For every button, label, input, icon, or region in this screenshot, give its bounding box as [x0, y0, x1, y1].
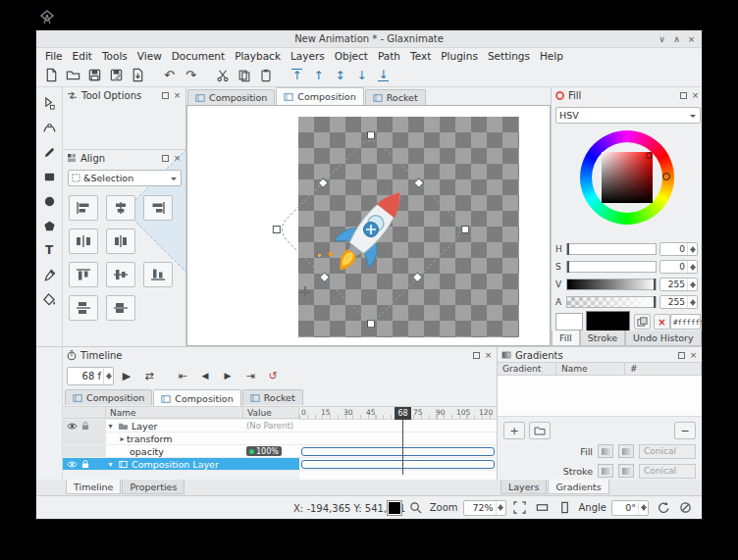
float-panel-icon[interactable] — [162, 155, 169, 162]
align-relative-to-select[interactable]: &Selection — [68, 170, 182, 186]
expander-icon[interactable]: ▸ — [118, 434, 127, 443]
minimize-button[interactable]: ∨ — [655, 34, 669, 44]
no-rotation-button[interactable] — [676, 499, 694, 516]
menu-object[interactable]: Object — [330, 50, 373, 62]
next-frame-button[interactable]: ▶ — [218, 366, 237, 385]
glaxnimate-desktop-icon[interactable] — [37, 8, 57, 27]
close-panel-icon[interactable]: × — [689, 350, 698, 360]
opacity-track-bar[interactable] — [301, 447, 495, 456]
menu-playback[interactable]: Playback — [230, 50, 286, 62]
stroke-gradient-type-select[interactable]: Conical — [639, 464, 696, 479]
expander-icon[interactable]: ▾ — [106, 422, 115, 431]
color-space-select[interactable]: HSV — [555, 107, 701, 124]
canvas-tab-composition-1[interactable]: Composition — [187, 89, 275, 105]
float-panel-icon[interactable] — [678, 352, 685, 359]
new-gradient-preset-button[interactable] — [529, 422, 551, 439]
hue-marker[interactable] — [662, 173, 670, 180]
remove-gradient-button[interactable]: − — [674, 422, 696, 439]
anchor-point-marker[interactable] — [299, 286, 310, 297]
tool-ellipse[interactable] — [38, 190, 60, 212]
menu-path[interactable]: Path — [373, 50, 405, 62]
close-button[interactable]: × — [684, 34, 699, 44]
timeline-tracks[interactable]: 0 15 30 45 75 90 105 120 68 — [299, 406, 497, 481]
expander-icon[interactable]: ▾ — [106, 460, 115, 469]
layer-track-bar[interactable] — [301, 460, 495, 469]
titlebar[interactable]: New Animation * - Glaxnimate ∨ ∧ × — [36, 30, 702, 48]
menu-edit[interactable]: Edit — [68, 50, 97, 62]
selection-handle-corner[interactable] — [367, 131, 375, 139]
saturation-value-square[interactable] — [602, 152, 653, 203]
zoom-spinbox[interactable]: 72% — [463, 500, 506, 516]
align-header[interactable]: Align × — [63, 150, 185, 166]
go-last-frame-button[interactable]: ⇥ — [240, 366, 260, 385]
alpha-spinbox[interactable]: 255 — [659, 295, 698, 309]
parent-value[interactable]: (No Parent) — [243, 421, 299, 431]
distribute-v-outside-button[interactable] — [69, 295, 98, 321]
timeline-tab-composition-2[interactable]: Composition — [153, 389, 240, 407]
float-panel-icon[interactable] — [162, 92, 169, 99]
record-keyframes-button[interactable]: ↺ — [263, 366, 283, 385]
align-h-center-button[interactable] — [106, 195, 135, 221]
move-to-bottom-button[interactable]: ↓ — [373, 66, 394, 85]
align-v-center-button[interactable] — [106, 262, 135, 287]
play-button[interactable]: ▶ — [117, 366, 136, 385]
selection-handle-corner[interactable] — [367, 320, 375, 328]
copy-button[interactable] — [234, 66, 254, 85]
zoom-button[interactable] — [407, 499, 425, 516]
stroke-linear-toggle[interactable] — [598, 464, 613, 478]
tool-draw-freehand[interactable] — [38, 141, 60, 163]
value-slider[interactable] — [566, 279, 657, 290]
fill-header[interactable]: Fill × — [552, 87, 704, 103]
saturation-slider[interactable] — [566, 261, 657, 273]
move-layer-button[interactable]: ↕ — [330, 66, 350, 85]
visibility-eye-icon[interactable] — [67, 422, 78, 431]
secondary-color-swatch[interactable] — [555, 313, 583, 331]
lower-button[interactable]: ↓ — [351, 66, 372, 85]
transform-anchor-handle[interactable] — [362, 221, 380, 238]
current-color-indicator[interactable] — [387, 500, 402, 516]
menu-help[interactable]: Help — [535, 50, 568, 62]
timeline-tab-composition-1[interactable]: Composition — [65, 389, 152, 405]
fit-width-button[interactable] — [534, 499, 552, 516]
align-left-button[interactable] — [69, 195, 98, 221]
tool-draw-bezier[interactable] — [38, 117, 60, 138]
transform-row[interactable]: ▸ transform — [63, 433, 299, 445]
align-bottom-button[interactable] — [143, 262, 173, 287]
menu-layers[interactable]: Layers — [286, 50, 330, 62]
redo-button[interactable]: ↷ — [181, 66, 201, 85]
lock-icon[interactable] — [81, 459, 89, 469]
angle-spinbox[interactable]: 0° — [611, 500, 649, 516]
menu-plugins[interactable]: Plugins — [436, 50, 483, 62]
timeline-header[interactable]: Timeline × — [63, 347, 497, 363]
menu-text[interactable]: Text — [405, 50, 436, 62]
dock-tab-properties[interactable]: Properties — [122, 480, 184, 494]
playhead[interactable] — [402, 420, 403, 475]
palette-button[interactable] — [634, 314, 651, 330]
float-panel-icon[interactable] — [680, 92, 687, 99]
cut-button[interactable] — [212, 66, 233, 85]
float-panel-icon[interactable] — [473, 352, 480, 359]
menu-file[interactable]: File — [40, 50, 68, 62]
frame-ruler[interactable]: 0 15 30 45 75 90 105 120 68 — [299, 407, 497, 420]
hue-spinbox[interactable]: 0 — [659, 242, 698, 256]
composition-layer-row[interactable]: ▾ Composition Layer — [63, 458, 299, 471]
hex-color-field[interactable]: #ffffff — [670, 314, 701, 330]
tab-fill[interactable]: Fill — [552, 331, 580, 346]
close-panel-icon[interactable]: × — [484, 350, 493, 360]
tool-rectangle[interactable] — [38, 166, 60, 187]
sv-marker[interactable] — [646, 152, 653, 159]
distribute-h-outside-button[interactable] — [69, 229, 98, 254]
save-as-button[interactable] — [106, 66, 127, 85]
fill-linear-toggle[interactable] — [598, 444, 613, 458]
export-button[interactable] — [128, 66, 148, 85]
dock-tab-gradients[interactable]: Gradients — [548, 480, 608, 494]
frame-spinbox[interactable]: 68 f — [67, 367, 114, 385]
menu-tools[interactable]: Tools — [97, 50, 132, 62]
menu-document[interactable]: Document — [167, 50, 230, 62]
layer-row[interactable]: ▾ Layer (No Parent) — [63, 420, 299, 433]
loop-button[interactable]: ⇄ — [139, 366, 159, 385]
opacity-row[interactable]: opacity 100% — [63, 445, 299, 458]
dock-tab-timeline[interactable]: Timeline — [66, 480, 121, 494]
tool-text[interactable]: T — [38, 239, 60, 261]
selection-handle-corner[interactable] — [461, 226, 469, 233]
